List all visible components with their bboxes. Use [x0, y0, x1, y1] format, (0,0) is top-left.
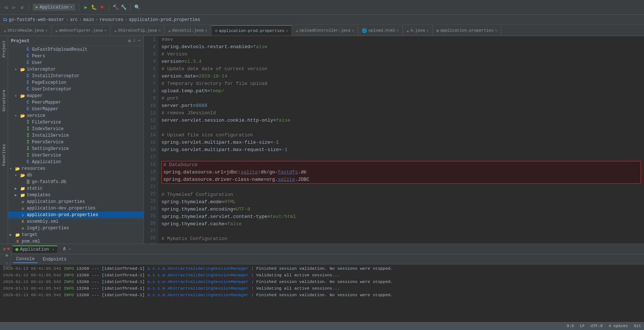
sidebar-item-1[interactable]: CPeers	[8, 53, 143, 60]
sidebar-item-2[interactable]: CUser	[8, 60, 143, 66]
breadcrumb-root[interactable]: 🗂	[3, 17, 7, 22]
code-line-21[interactable]	[161, 184, 641, 191]
code-line-6[interactable]: version.date=2019-10-14	[161, 73, 641, 80]
sidebar-item-23[interactable]: ⚙application.properties	[8, 198, 143, 205]
sidebar-item-28[interactable]: ▶📁target	[8, 232, 143, 238]
sidebar-sync-icon[interactable]: ↕	[133, 38, 136, 44]
sidebar-item-9[interactable]: CUserMapper	[8, 106, 143, 112]
back-icon[interactable]: ◁	[3, 4, 9, 10]
tab-close-5[interactable]: ✕	[352, 28, 354, 33]
sidebar-item-29[interactable]: Xpom.xml	[8, 238, 143, 244]
sidebar-item-22[interactable]: ▶📁templates	[8, 192, 143, 198]
tab-close-0[interactable]: ✕	[46, 28, 48, 33]
code-area[interactable]: #devspring.devtools.restart.enabled=fals…	[159, 36, 644, 244]
run-tab-application[interactable]: Application ✕	[12, 245, 57, 253]
console-clear-icon[interactable]: ⊗	[4, 253, 10, 259]
sidebar-item-5[interactable]: CPageException	[8, 79, 143, 86]
code-line-17[interactable]	[161, 154, 641, 161]
code-line-7[interactable]: # Temporary directory for file upload	[161, 80, 641, 87]
sidebar-item-7[interactable]: ▾📂mapper	[8, 93, 143, 99]
sidebar-gear-icon[interactable]: ⚙	[128, 38, 131, 44]
sidebar-item-13[interactable]: IInstallService	[8, 132, 143, 139]
sidebar-item-14[interactable]: IPeersService	[8, 139, 143, 146]
code-line-2[interactable]: spring.devtools.restart.enabled=false	[161, 43, 641, 51]
breadcrumb-file[interactable]: application-prod.properties	[129, 17, 200, 22]
sidebar-item-17[interactable]: CApplication	[8, 159, 143, 165]
sidebar-item-0[interactable]: CGoFastDfsUploadResult	[8, 46, 143, 53]
console-tab-console[interactable]: Console	[13, 256, 37, 263]
search-icon[interactable]: 🔍	[134, 4, 140, 10]
tab-6[interactable]: 🌐upload.html✕	[358, 25, 403, 36]
code-line-26[interactable]: spring.thymeleaf.cache=false	[161, 220, 641, 228]
code-line-23[interactable]: spring.thymeleaf.mode=HTML	[161, 198, 641, 206]
sidebar-item-10[interactable]: ▾📂service	[8, 112, 143, 119]
sidebar-item-16[interactable]: IUserService	[8, 152, 143, 159]
tab-close-8[interactable]: ✕	[495, 28, 497, 33]
tab-7[interactable]: ☕A.java✕	[403, 25, 433, 36]
code-line-24[interactable]: spring.thymeleaf.encoding=UTF-8	[161, 206, 641, 213]
sidebar-item-20[interactable]: 🗄go-fastdfs.db	[8, 179, 143, 185]
sidebar-item-25[interactable]: ⚙application-prod.properties	[8, 212, 143, 218]
code-line-8[interactable]: upload.temp.path=temp/	[161, 87, 641, 95]
code-line-10[interactable]: server.port=8088	[161, 102, 641, 110]
tab-5[interactable]: ☕UploadController.java✕	[292, 25, 358, 36]
code-line-11[interactable]: # remove JSessionId	[161, 110, 641, 117]
code-line-22[interactable]: # Thymeleaf Configuration	[161, 191, 641, 198]
code-line-13[interactable]	[161, 124, 641, 132]
code-line-28[interactable]: # Mybatis Configuration	[161, 235, 641, 243]
sidebar-item-21[interactable]: ▶📁static	[8, 185, 143, 192]
code-line-1[interactable]: #dev	[161, 36, 641, 43]
tab-0[interactable]: ☕ShiroRealm.java✕	[0, 25, 52, 36]
left-tab-project[interactable]: Project	[2, 39, 6, 59]
console-tab-endpoints[interactable]: Endpoints	[40, 256, 69, 263]
breadcrumb-project[interactable]: go-fastdfs-web-master	[9, 17, 64, 22]
sidebar-item-18[interactable]: ▾📂resources	[8, 165, 143, 172]
tab-4[interactable]: ⚙application-prod.properties✕	[211, 25, 292, 36]
tab-close-4[interactable]: ✕	[286, 29, 288, 33]
refresh-icon[interactable]: ↺	[19, 4, 25, 10]
tab-1[interactable]: ☕WebConfigurer.java✕	[52, 25, 110, 36]
sidebar-item-24[interactable]: ⚙application-dev.properties	[8, 205, 143, 212]
left-tab-structure[interactable]: Structure	[2, 88, 6, 113]
tab-close-2[interactable]: ✕	[158, 28, 160, 33]
run-tab-a[interactable]: A ✕	[60, 246, 74, 252]
code-line-20[interactable]: spring.datasource.driver-class-name=org.…	[161, 176, 641, 184]
sidebar-item-27[interactable]: ⚙log4j.properties	[8, 225, 143, 232]
sidebar-item-4[interactable]: CInstallInterceptor	[8, 73, 143, 79]
code-line-12[interactable]: server.servlet.session.cookie.http-only=…	[161, 117, 641, 124]
sidebar-item-11[interactable]: IFileService	[8, 119, 143, 126]
code-line-5[interactable]: # Update date date of current version	[161, 65, 641, 73]
tab-close-7[interactable]: ✕	[426, 28, 429, 33]
code-line-15[interactable]: spring.servlet.multipart.max-file-size=-…	[161, 139, 641, 146]
tab-2[interactable]: ☕ShiroConfig.java✕	[110, 25, 164, 36]
code-line-27[interactable]	[161, 228, 641, 235]
run-stop-icon[interactable]: ■	[7, 247, 10, 252]
code-line-3[interactable]: # Version	[161, 51, 641, 58]
tools-icon[interactable]: 🔧	[121, 4, 127, 10]
code-line-18[interactable]: # DataSource	[161, 161, 641, 169]
build-icon[interactable]: 🔨	[113, 4, 119, 10]
code-line-14[interactable]: # Upload file size configuration	[161, 132, 641, 139]
tab-close-3[interactable]: ✕	[205, 28, 207, 33]
sidebar-item-3[interactable]: ▾📂interceptor	[8, 66, 143, 73]
forward-icon[interactable]: ▷	[11, 4, 17, 10]
debug-icon[interactable]: 🐛	[91, 4, 97, 10]
sidebar-item-12[interactable]: IIndexService	[8, 126, 143, 132]
run-tab-close[interactable]: ✕	[52, 247, 54, 252]
stop-icon[interactable]: ■	[99, 4, 105, 10]
breadcrumb-src[interactable]: src	[70, 17, 78, 22]
sidebar-item-8[interactable]: CPeersMapper	[8, 99, 143, 106]
run-icon[interactable]: ▶	[83, 4, 89, 10]
sidebar-item-26[interactable]: Xassembly.xml	[8, 218, 143, 225]
code-line-4[interactable]: version=v1.3.4	[161, 58, 641, 65]
run-config-selector[interactable]: ▶ Application ▾	[33, 4, 75, 11]
sidebar-item-15[interactable]: ISettingService	[8, 146, 143, 152]
tab-close-6[interactable]: ✕	[397, 28, 399, 33]
code-line-19[interactable]: spring.datasource.url=jdbc:sqlite:db/go-…	[161, 169, 641, 176]
code-line-16[interactable]: spring.servlet.multipart.max-request-siz…	[161, 146, 641, 154]
left-tab-favorites[interactable]: Favorites	[2, 143, 6, 167]
code-line-9[interactable]: # port	[161, 95, 641, 102]
sidebar-item-6[interactable]: CUserInterceptor	[8, 86, 143, 93]
sidebar-hide-icon[interactable]: —	[138, 38, 141, 44]
breadcrumb-main[interactable]: main	[83, 17, 94, 22]
